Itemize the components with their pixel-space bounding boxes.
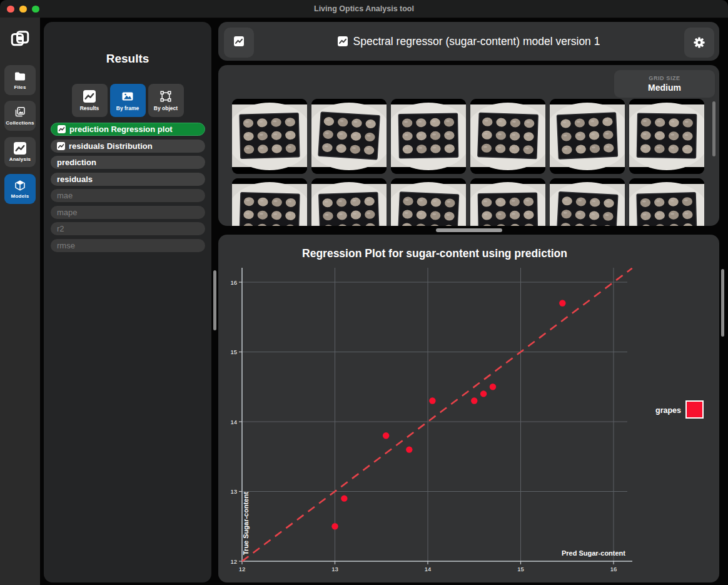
- y-tick-label: 12: [230, 558, 237, 565]
- results-view-button[interactable]: [224, 28, 254, 58]
- result-item-label: mape: [57, 208, 78, 217]
- scatter-point: [559, 300, 565, 306]
- frame-thumbnail[interactable]: [391, 99, 466, 174]
- chart-icon: [83, 90, 96, 103]
- living-optics-logo-icon: [9, 28, 31, 50]
- sidebar-item-collections[interactable]: Collections: [4, 101, 36, 131]
- x-axis-label: Pred Sugar-content: [562, 549, 625, 557]
- grid-size-value: Medium: [648, 83, 681, 93]
- icon-sidebar: Files Collections Analysis Models: [0, 18, 40, 585]
- chart-icon: [14, 142, 26, 155]
- result-item-prediction[interactable]: prediction: [51, 156, 205, 169]
- scatter-point: [383, 432, 389, 439]
- frame-thumbnail[interactable]: [311, 178, 387, 226]
- legend-swatch: [686, 401, 703, 418]
- scatter-point: [331, 523, 338, 529]
- result-item-label: prediction Regression plot: [69, 125, 173, 134]
- identity-line: [242, 268, 632, 561]
- scatter-point: [406, 446, 412, 452]
- results-list: prediction Regression plot residuals Dis…: [51, 123, 205, 255]
- result-item-mae: mae: [51, 189, 205, 202]
- app-window: Living Optics Analysis tool Files Collec…: [0, 0, 728, 585]
- frame-thumbnail[interactable]: [550, 178, 625, 226]
- frame-thumbnail[interactable]: [470, 178, 545, 226]
- cube-icon: [14, 179, 26, 191]
- model-title: Spectral regressor (sugar-content) model…: [256, 22, 682, 61]
- frames-panel: GRID SIZE Medium: [218, 65, 719, 226]
- grid-size-select[interactable]: GRID SIZE Medium: [614, 70, 715, 98]
- scatter-point: [341, 495, 347, 501]
- sidebar-item-label: Files: [14, 84, 26, 90]
- result-item-mape: mape: [51, 206, 205, 219]
- frames-horizontal-scrollbar[interactable]: [436, 228, 502, 232]
- regression-plot: 12131415161213141516Regression Plot for …: [218, 235, 719, 582]
- chart-icon: [338, 36, 348, 46]
- collections-icon: [14, 106, 26, 118]
- tab-label: By object: [154, 105, 178, 111]
- grid-size-label: GRID SIZE: [649, 75, 680, 81]
- tab-by-object[interactable]: By object: [148, 84, 184, 117]
- x-tick-label: 16: [610, 566, 617, 572]
- left-vertical-scrollbar[interactable]: [213, 270, 216, 330]
- sidebar-item-models[interactable]: Models: [4, 174, 36, 204]
- result-item-label: residuals: [57, 175, 93, 184]
- result-item-prediction-regression-plot[interactable]: prediction Regression plot: [51, 123, 205, 136]
- frame-thumbnail[interactable]: [629, 99, 704, 174]
- results-tabs: Results By frame By object: [44, 84, 211, 117]
- sidebar-item-label: Analysis: [9, 156, 31, 162]
- y-tick-label: 13: [230, 488, 237, 495]
- result-item-label: r2: [57, 224, 64, 233]
- result-item-label: residuals Distribution: [69, 141, 153, 151]
- tab-results[interactable]: Results: [72, 84, 108, 117]
- model-header-panel: Spectral regressor (sugar-content) model…: [218, 22, 719, 61]
- result-item-label: prediction: [57, 158, 96, 167]
- image-icon: [121, 90, 134, 103]
- results-panel: Results Results By frame By object: [44, 22, 211, 582]
- result-item-residuals-distribution[interactable]: residuals Distribution: [51, 140, 205, 153]
- regression-chart-panel: 12131415161213141516Regression Plot for …: [218, 235, 719, 582]
- sidebar-item-label: Collections: [6, 120, 34, 126]
- sidebar-item-analysis[interactable]: Analysis: [4, 137, 36, 167]
- results-panel-title: Results: [44, 52, 211, 66]
- scatter-point: [480, 390, 487, 397]
- result-item-r2: r2: [51, 222, 205, 235]
- chart-icon: [58, 125, 66, 133]
- right-vertical-scrollbar[interactable]: [721, 269, 724, 337]
- scatter-point: [471, 397, 477, 404]
- scatter-point: [490, 384, 496, 390]
- tab-label: By frame: [116, 105, 139, 111]
- frame-thumbnail-grid: [232, 99, 714, 226]
- settings-button[interactable]: [684, 28, 714, 58]
- sidebar-item-files[interactable]: Files: [4, 65, 36, 95]
- x-tick-label: 13: [331, 566, 338, 572]
- frames-scrollbar[interactable]: [712, 101, 715, 156]
- bbox-icon: [159, 90, 172, 103]
- result-item-label: rmse: [57, 241, 75, 250]
- frame-thumbnail[interactable]: [629, 178, 704, 226]
- frame-thumbnail[interactable]: [232, 178, 307, 226]
- y-tick-label: 14: [230, 419, 237, 425]
- y-axis-label: True Sugar-content: [242, 492, 250, 555]
- chart-icon: [57, 142, 65, 150]
- frame-thumbnail[interactable]: [550, 99, 625, 174]
- result-item-label: mae: [57, 191, 73, 200]
- tab-by-frame[interactable]: By frame: [110, 84, 146, 117]
- result-item-residuals[interactable]: residuals: [51, 173, 205, 186]
- frame-thumbnail[interactable]: [470, 99, 545, 174]
- frame-thumbnail[interactable]: [391, 178, 466, 226]
- window-title: Living Optics Analysis tool: [0, 0, 728, 18]
- titlebar: Living Optics Analysis tool: [0, 0, 728, 18]
- folder-icon: [14, 70, 26, 83]
- x-tick-label: 12: [239, 566, 246, 572]
- chart-title: Regression Plot for sugar-content using …: [302, 247, 567, 260]
- result-item-rmse: rmse: [51, 239, 205, 252]
- x-tick-label: 14: [425, 566, 432, 572]
- y-tick-label: 16: [230, 279, 237, 286]
- chart-icon: [234, 36, 244, 49]
- y-tick-label: 15: [230, 348, 237, 355]
- frame-thumbnail[interactable]: [311, 99, 387, 174]
- frame-thumbnail[interactable]: [232, 99, 307, 174]
- scatter-point: [429, 397, 435, 404]
- legend-label: grapes: [655, 406, 681, 415]
- sidebar-item-label: Models: [11, 193, 29, 199]
